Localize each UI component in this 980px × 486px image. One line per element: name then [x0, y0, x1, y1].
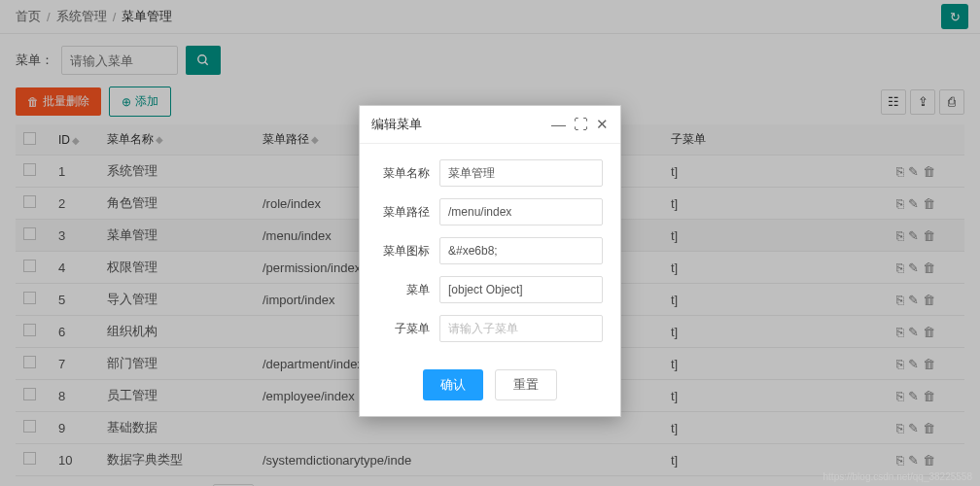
menu-parent-input[interactable] — [439, 276, 603, 303]
menu-name-input[interactable] — [439, 159, 603, 187]
watermark: https://blog.csdn.net/qq_38225558 — [823, 471, 972, 482]
menu-icon-input[interactable] — [439, 237, 603, 264]
menu-submenu-input[interactable] — [439, 315, 603, 342]
menu-path-input[interactable] — [439, 198, 603, 226]
dialog-title: 编辑菜单 — [371, 116, 551, 133]
close-icon[interactable]: ✕ — [596, 116, 609, 133]
reset-button[interactable]: 重置 — [495, 369, 557, 400]
minimize-icon[interactable]: — — [551, 116, 566, 133]
confirm-button[interactable]: 确认 — [423, 369, 483, 400]
maximize-icon[interactable]: ⛶ — [574, 116, 588, 133]
edit-dialog: 编辑菜单 — ⛶ ✕ 菜单名称 菜单路径 菜单图标 菜单 子菜单 确认 重置 — [359, 105, 621, 417]
